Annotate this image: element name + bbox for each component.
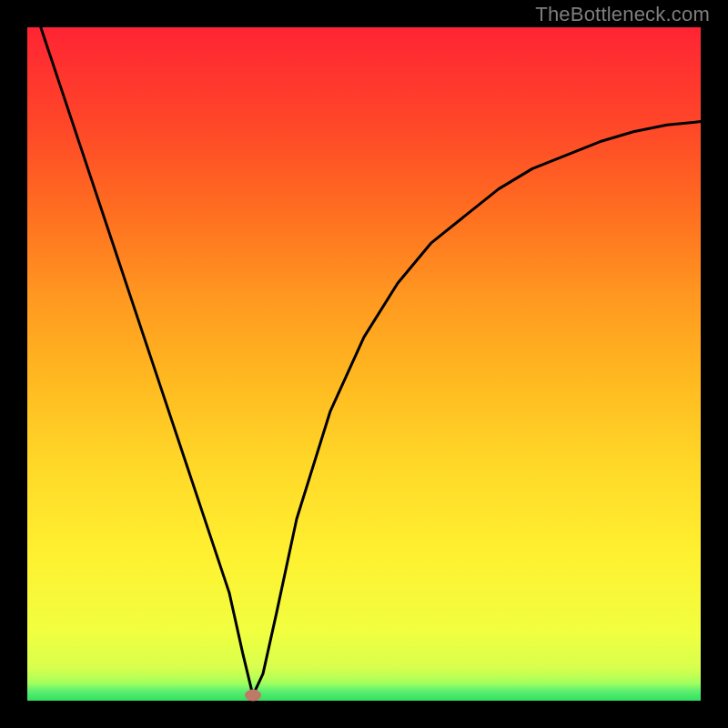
watermark-text: TheBottleneck.com [535,3,710,26]
bottleneck-curve [27,27,701,701]
curve-minimum-marker [245,690,261,702]
plot-area [27,27,701,701]
chart-frame: TheBottleneck.com [0,0,728,728]
